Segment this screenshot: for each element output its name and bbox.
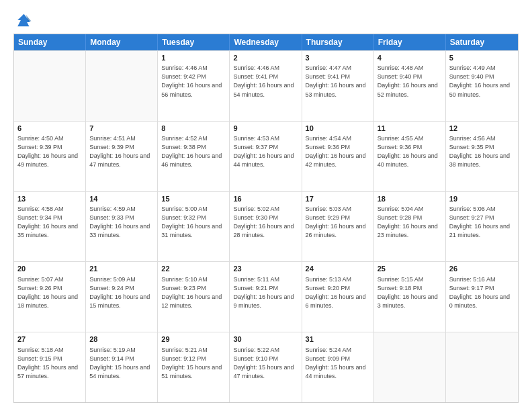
- day-cell-9: 9Sunrise: 4:53 AM Sunset: 9:37 PM Daylig…: [230, 122, 302, 191]
- calendar-body: 1Sunrise: 4:46 AM Sunset: 9:42 PM Daylig…: [14, 50, 518, 402]
- day-number: 3: [306, 53, 370, 63]
- day-number: 14: [89, 194, 154, 204]
- calendar: SundayMondayTuesdayWednesdayThursdayFrid…: [13, 34, 519, 403]
- day-cell-10: 10Sunrise: 4:54 AM Sunset: 9:36 PM Dayli…: [302, 122, 374, 191]
- day-cell-27: 27Sunrise: 5:18 AM Sunset: 9:15 PM Dayli…: [14, 332, 86, 402]
- day-number: 2: [233, 53, 298, 63]
- day-number: 17: [306, 194, 370, 204]
- day-cell-14: 14Sunrise: 4:59 AM Sunset: 9:33 PM Dayli…: [86, 192, 158, 262]
- day-cell-12: 12Sunrise: 4:56 AM Sunset: 9:35 PM Dayli…: [446, 122, 518, 191]
- header-day-wednesday: Wednesday: [230, 34, 302, 50]
- day-cell-25: 25Sunrise: 5:15 AM Sunset: 9:18 PM Dayli…: [374, 262, 446, 332]
- header-day-thursday: Thursday: [302, 34, 374, 50]
- day-number: 11: [378, 124, 442, 134]
- logo-icon: [13, 11, 32, 30]
- day-number: 28: [89, 334, 154, 345]
- day-number: 8: [161, 124, 226, 134]
- day-number: 20: [17, 264, 82, 274]
- day-number: 27: [17, 334, 82, 345]
- day-cell-11: 11Sunrise: 4:55 AM Sunset: 9:36 PM Dayli…: [374, 122, 446, 191]
- cell-info: Sunrise: 4:50 AM Sunset: 9:39 PM Dayligh…: [17, 134, 82, 169]
- header-day-tuesday: Tuesday: [158, 34, 230, 50]
- day-cell-8: 8Sunrise: 4:52 AM Sunset: 9:38 PM Daylig…: [158, 122, 230, 191]
- calendar-row-3: 13Sunrise: 4:58 AM Sunset: 9:34 PM Dayli…: [14, 191, 518, 262]
- day-number: 6: [17, 124, 82, 134]
- day-cell-19: 19Sunrise: 5:06 AM Sunset: 9:27 PM Dayli…: [446, 192, 518, 262]
- cell-info: Sunrise: 4:54 AM Sunset: 9:36 PM Dayligh…: [306, 134, 370, 169]
- day-number: 9: [233, 124, 298, 134]
- day-cell-7: 7Sunrise: 4:51 AM Sunset: 9:39 PM Daylig…: [86, 122, 158, 191]
- calendar-row-5: 27Sunrise: 5:18 AM Sunset: 9:15 PM Dayli…: [14, 332, 518, 402]
- day-number: 1: [161, 53, 226, 63]
- header: [13, 11, 519, 30]
- cell-info: Sunrise: 5:02 AM Sunset: 9:30 PM Dayligh…: [233, 205, 298, 240]
- day-number: 21: [89, 264, 154, 274]
- day-cell-4: 4Sunrise: 4:48 AM Sunset: 9:40 PM Daylig…: [374, 51, 446, 121]
- day-number: 15: [161, 194, 226, 204]
- day-number: 16: [233, 194, 298, 204]
- cell-info: Sunrise: 4:51 AM Sunset: 9:39 PM Dayligh…: [89, 134, 154, 169]
- day-number: 10: [306, 124, 370, 134]
- cell-info: Sunrise: 4:47 AM Sunset: 9:41 PM Dayligh…: [306, 64, 370, 99]
- day-number: 18: [378, 194, 442, 204]
- cell-info: Sunrise: 5:15 AM Sunset: 9:18 PM Dayligh…: [378, 275, 442, 310]
- day-cell-5: 5Sunrise: 4:49 AM Sunset: 9:40 PM Daylig…: [446, 51, 518, 121]
- day-cell-16: 16Sunrise: 5:02 AM Sunset: 9:30 PM Dayli…: [230, 192, 302, 262]
- day-number: 25: [378, 264, 442, 274]
- header-day-friday: Friday: [374, 34, 446, 50]
- calendar-row-2: 6Sunrise: 4:50 AM Sunset: 9:39 PM Daylig…: [14, 121, 518, 191]
- cell-info: Sunrise: 4:49 AM Sunset: 9:40 PM Dayligh…: [449, 64, 515, 99]
- day-number: 5: [449, 53, 515, 63]
- day-cell-21: 21Sunrise: 5:09 AM Sunset: 9:24 PM Dayli…: [86, 262, 158, 332]
- cell-info: Sunrise: 4:58 AM Sunset: 9:34 PM Dayligh…: [17, 205, 82, 240]
- cell-info: Sunrise: 5:19 AM Sunset: 9:14 PM Dayligh…: [89, 346, 154, 381]
- day-cell-29: 29Sunrise: 5:21 AM Sunset: 9:12 PM Dayli…: [158, 332, 230, 402]
- cell-info: Sunrise: 4:55 AM Sunset: 9:36 PM Dayligh…: [378, 134, 442, 169]
- day-number: 19: [449, 194, 515, 204]
- cell-info: Sunrise: 5:06 AM Sunset: 9:27 PM Dayligh…: [449, 205, 515, 240]
- day-cell-3: 3Sunrise: 4:47 AM Sunset: 9:41 PM Daylig…: [302, 51, 374, 121]
- header-day-sunday: Sunday: [14, 34, 86, 50]
- day-cell-13: 13Sunrise: 4:58 AM Sunset: 9:34 PM Dayli…: [14, 192, 86, 262]
- cell-info: Sunrise: 5:22 AM Sunset: 9:10 PM Dayligh…: [233, 346, 298, 381]
- cell-info: Sunrise: 5:07 AM Sunset: 9:26 PM Dayligh…: [17, 275, 82, 310]
- cell-info: Sunrise: 5:04 AM Sunset: 9:28 PM Dayligh…: [378, 205, 442, 240]
- day-cell-26: 26Sunrise: 5:16 AM Sunset: 9:17 PM Dayli…: [446, 262, 518, 332]
- header-day-monday: Monday: [86, 34, 158, 50]
- cell-info: Sunrise: 5:21 AM Sunset: 9:12 PM Dayligh…: [161, 346, 226, 381]
- day-number: 7: [89, 124, 154, 134]
- day-cell-30: 30Sunrise: 5:22 AM Sunset: 9:10 PM Dayli…: [230, 332, 302, 402]
- cell-info: Sunrise: 4:59 AM Sunset: 9:33 PM Dayligh…: [89, 205, 154, 240]
- day-number: 24: [306, 264, 370, 274]
- cell-info: Sunrise: 4:52 AM Sunset: 9:38 PM Dayligh…: [161, 134, 226, 169]
- page: SundayMondayTuesdayWednesdayThursdayFrid…: [0, 0, 532, 411]
- empty-cell: [86, 51, 158, 121]
- cell-info: Sunrise: 4:56 AM Sunset: 9:35 PM Dayligh…: [449, 134, 515, 169]
- cell-info: Sunrise: 5:03 AM Sunset: 9:29 PM Dayligh…: [306, 205, 370, 240]
- cell-info: Sunrise: 4:48 AM Sunset: 9:40 PM Dayligh…: [378, 64, 442, 99]
- day-number: 30: [233, 334, 298, 345]
- day-cell-15: 15Sunrise: 5:00 AM Sunset: 9:32 PM Dayli…: [158, 192, 230, 262]
- day-number: 13: [17, 194, 82, 204]
- day-number: 22: [161, 264, 226, 274]
- header-day-saturday: Saturday: [446, 34, 518, 50]
- cell-info: Sunrise: 5:00 AM Sunset: 9:32 PM Dayligh…: [161, 205, 226, 240]
- day-cell-20: 20Sunrise: 5:07 AM Sunset: 9:26 PM Dayli…: [14, 262, 86, 332]
- cell-info: Sunrise: 5:11 AM Sunset: 9:21 PM Dayligh…: [233, 275, 298, 310]
- cell-info: Sunrise: 4:46 AM Sunset: 9:42 PM Dayligh…: [161, 64, 226, 99]
- day-cell-22: 22Sunrise: 5:10 AM Sunset: 9:23 PM Dayli…: [158, 262, 230, 332]
- day-number: 31: [306, 334, 370, 345]
- empty-cell: [374, 332, 446, 402]
- calendar-row-4: 20Sunrise: 5:07 AM Sunset: 9:26 PM Dayli…: [14, 261, 518, 332]
- day-cell-28: 28Sunrise: 5:19 AM Sunset: 9:14 PM Dayli…: [86, 332, 158, 402]
- empty-cell: [14, 51, 86, 121]
- day-number: 23: [233, 264, 298, 274]
- day-cell-31: 31Sunrise: 5:24 AM Sunset: 9:09 PM Dayli…: [302, 332, 374, 402]
- day-cell-6: 6Sunrise: 4:50 AM Sunset: 9:39 PM Daylig…: [14, 122, 86, 191]
- cell-info: Sunrise: 4:46 AM Sunset: 9:41 PM Dayligh…: [233, 64, 298, 99]
- cell-info: Sunrise: 5:18 AM Sunset: 9:15 PM Dayligh…: [17, 346, 82, 381]
- day-cell-18: 18Sunrise: 5:04 AM Sunset: 9:28 PM Dayli…: [374, 192, 446, 262]
- empty-cell: [446, 332, 518, 402]
- cell-info: Sunrise: 5:10 AM Sunset: 9:23 PM Dayligh…: [161, 275, 226, 310]
- day-cell-2: 2Sunrise: 4:46 AM Sunset: 9:41 PM Daylig…: [230, 51, 302, 121]
